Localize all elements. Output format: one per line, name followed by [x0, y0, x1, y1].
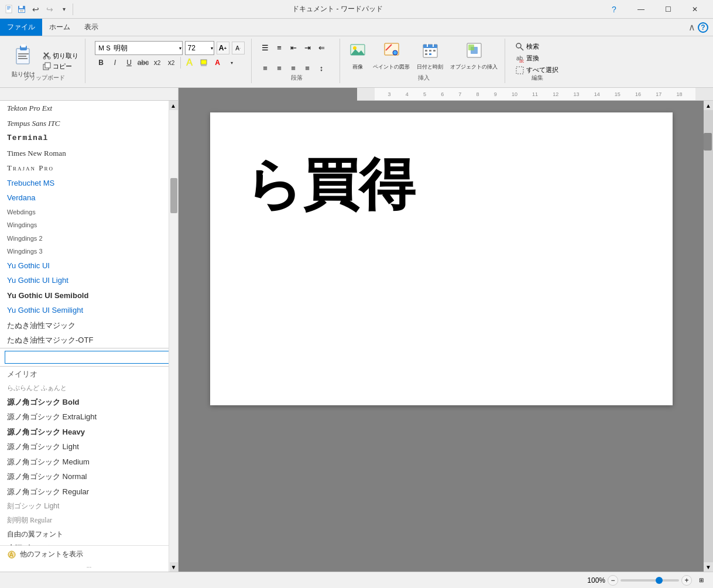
font-shrink-button[interactable]: A-	[232, 42, 245, 54]
cut-button[interactable]: 切り取り	[41, 51, 80, 61]
zoom-in-button[interactable]: +	[681, 575, 692, 586]
font-item-times-new-roman[interactable]: Times New Roman	[0, 146, 178, 161]
align-left-button[interactable]: ≡	[259, 61, 272, 74]
font-item-tanuki1[interactable]: たぬき油性マジック	[0, 318, 178, 333]
replace-button[interactable]: abac 置換	[512, 53, 562, 64]
help-button[interactable]: ?	[601, 0, 628, 19]
svg-rect-45	[516, 67, 523, 74]
insert-paint-button[interactable]: ペイントの図形	[371, 41, 412, 72]
font-item-koku-light[interactable]: 刻ゴシック Light	[0, 499, 178, 513]
highlight-button[interactable]	[197, 56, 210, 69]
font-item-source-han-medium[interactable]: 源ノ角ゴシック Medium	[0, 454, 178, 470]
svg-rect-37	[429, 53, 431, 55]
search-button[interactable]: 検索	[512, 41, 562, 52]
font-item-source-han-light[interactable]: 源ノ角ゴシック Light	[0, 439, 178, 454]
bullet-list-button[interactable]: ☰	[259, 41, 272, 54]
svg-rect-2	[7, 8, 11, 8]
font-item-trajan[interactable]: Trajan Pro	[0, 160, 178, 176]
font-item-yugothic[interactable]: Yu Gothic UI	[0, 258, 178, 274]
font-search-input[interactable]	[5, 351, 173, 364]
font-item-yugothic-semibold[interactable]: Yu Gothic UI Semibold	[0, 288, 178, 303]
doc-scroll-thumb[interactable]	[704, 133, 712, 151]
font-item-wingdings[interactable]: Wingdings	[0, 218, 178, 232]
close-button[interactable]: ✕	[681, 0, 708, 19]
increase-indent-button[interactable]: ⇥	[301, 41, 314, 54]
font-item-yugothic-semilight[interactable]: Yu Gothic UI Semilight	[0, 303, 178, 318]
text-color-dropdown[interactable]: ▾	[225, 56, 238, 69]
font-item-loveland[interactable]: らぶらんど ふぁんと	[0, 381, 178, 395]
align-center-button[interactable]: ≡	[273, 61, 286, 74]
font-item-trebuchet[interactable]: Trebuchet MS	[0, 176, 178, 191]
text-color-button[interactable]: A	[211, 56, 224, 69]
ribbon-collapse[interactable]: ∧ ?	[684, 22, 713, 33]
italic-button[interactable]: I	[109, 56, 122, 69]
font-item-kozuka-b[interactable]: 小塚ゴシック Pr6N B	[0, 541, 178, 545]
font-list-scrollbar[interactable]: ▲ ▼	[169, 101, 178, 572]
menu-home[interactable]: ホーム	[42, 19, 77, 36]
insert-image-button[interactable]: 画像	[347, 41, 368, 72]
maximize-button[interactable]: ☐	[654, 0, 681, 19]
scroll-track	[170, 110, 178, 562]
rtl-button[interactable]: ⇐	[315, 41, 328, 54]
color-picker-button[interactable]: A	[183, 56, 196, 69]
font-dropdown-arrow: ▾	[179, 46, 181, 51]
insert-object-button[interactable]: オブジェクトの挿入	[448, 41, 500, 72]
font-grow-button[interactable]: A+	[217, 42, 229, 54]
font-item-jiyu[interactable]: 自由の翼フォント	[0, 527, 178, 541]
font-item-meiryo[interactable]: メイリオ	[0, 367, 178, 382]
font-item-source-han-bold[interactable]: 源ノ角ゴシック Bold	[0, 395, 178, 410]
font-item-yugothic-light[interactable]: Yu Gothic UI Light	[0, 273, 178, 288]
scroll-down[interactable]: ▼	[170, 562, 178, 572]
font-item-verdana[interactable]: Verdana	[0, 190, 178, 206]
font-item-koku-mincho[interactable]: 刻明朝 Regular	[0, 513, 178, 527]
strikethrough-button[interactable]: abc	[137, 56, 150, 69]
font-item-source-han-extralight[interactable]: 源ノ角ゴシック ExtraLight	[0, 409, 178, 425]
resize-grip[interactable]: ⊞	[697, 576, 706, 585]
justify-button[interactable]: ≡	[301, 61, 314, 74]
font-item-terminal[interactable]: Terminal	[0, 131, 178, 146]
zoom-slider[interactable]	[621, 579, 679, 582]
font-selector[interactable]: ＭＳ 明朝	[95, 41, 183, 55]
copy-button[interactable]: コピー	[41, 61, 80, 71]
save-button[interactable]	[15, 3, 28, 16]
line-spacing-button[interactable]: ↕	[315, 61, 328, 74]
font-item-webdings[interactable]: Webdings	[0, 206, 178, 219]
svg-point-41	[516, 43, 521, 48]
decrease-indent-button[interactable]: ⇤	[287, 41, 300, 54]
qat-dropdown[interactable]: ▾	[57, 3, 70, 16]
size-selector[interactable]: 72	[185, 41, 214, 55]
scroll-up-button[interactable]: ▲	[169, 101, 178, 110]
undo-button[interactable]: ↩	[29, 3, 42, 16]
font-item-wingdings2[interactable]: Wingdings 2	[0, 232, 178, 245]
zoom-slider-thumb[interactable]	[656, 577, 663, 584]
insert-datetime-button[interactable]: 日付と時刻	[414, 41, 445, 72]
show-more-fonts-button[interactable]: A 他のフォントを表示	[0, 545, 178, 563]
menu-file[interactable]: ファイル	[0, 19, 42, 36]
doc-scrollbar[interactable]: ▲ ▼	[704, 101, 713, 572]
document-page: ら買得	[210, 112, 673, 405]
svg-rect-21	[201, 60, 207, 64]
minimize-button[interactable]: —	[628, 0, 654, 19]
zoom-out-button[interactable]: −	[608, 575, 618, 586]
menu-view[interactable]: 表示	[77, 19, 105, 36]
format-row: B I U abc x2 x2 A A ▾	[95, 56, 245, 69]
font-item-wingdings3[interactable]: Wingdings 3	[0, 245, 178, 258]
font-item-tempus[interactable]: Tempus Sans ITC	[0, 116, 178, 131]
font-item-tekton[interactable]: Tekton Pro Ext	[0, 101, 178, 116]
font-dropdown-panel: ▲ Tekton Pro Ext Tempus Sans ITC Termina…	[0, 101, 179, 572]
subscript-button[interactable]: x2	[151, 56, 164, 69]
superscript-button[interactable]: x2	[165, 56, 178, 69]
doc-scroll-up[interactable]: ▲	[704, 101, 713, 110]
scroll-thumb[interactable]	[170, 178, 177, 213]
doc-scroll-down[interactable]: ▼	[704, 562, 713, 572]
font-item-tanuki2[interactable]: たぬき油性マジック-OTF	[0, 333, 178, 348]
font-item-source-han-heavy[interactable]: 源ノ角ゴシック Heavy	[0, 425, 178, 440]
numbered-list-button[interactable]: ≡	[273, 41, 286, 54]
align-right-button[interactable]: ≡	[287, 61, 300, 74]
svg-line-42	[520, 47, 523, 50]
redo-button[interactable]: ↪	[43, 3, 56, 16]
underline-button[interactable]: U	[123, 56, 136, 69]
font-item-source-han-normal[interactable]: 源ノ角ゴシック Normal	[0, 469, 178, 484]
bold-button[interactable]: B	[95, 56, 108, 69]
font-item-source-han-regular[interactable]: 源ノ角ゴシック Regular	[0, 484, 178, 500]
